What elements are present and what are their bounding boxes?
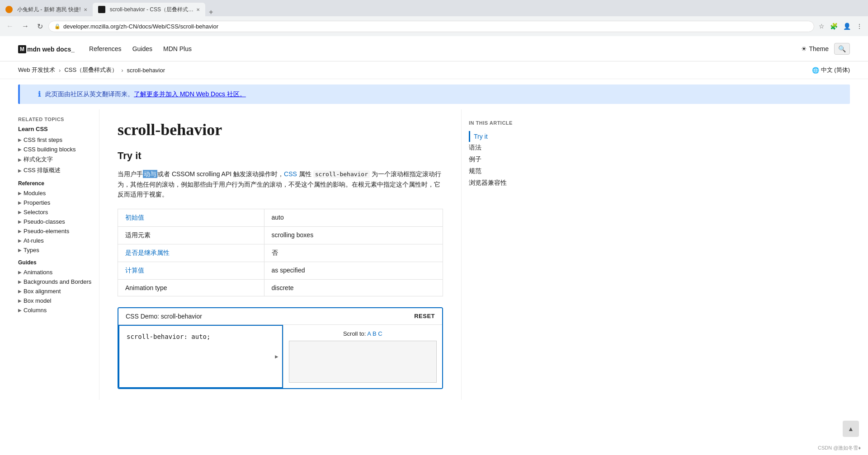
arrow-icon-13: ▶ xyxy=(18,279,22,284)
page-content: M mdn web docs_ References Guides MDN Pl… xyxy=(0,36,868,400)
sidebar-item-css-building-blocks[interactable]: ▶ CSS building blocks xyxy=(18,145,92,154)
arrow-icon-2: ▶ xyxy=(18,147,22,152)
url-text: developer.mozilla.org/zh-CN/docs/Web/CSS… xyxy=(63,23,808,30)
sidebar-learn-css: Learn CSS xyxy=(18,126,92,132)
table-row: 是否是继承属性 否 xyxy=(118,244,443,262)
demo-box: CSS Demo: scroll-behavior RESET scroll-b… xyxy=(118,307,443,389)
toc-item-syntax[interactable]: 语法 xyxy=(469,142,535,154)
article-title: scroll-behavior xyxy=(118,120,443,139)
sidebar-item-properties[interactable]: ▶ Properties xyxy=(18,198,92,207)
mdn-header: M mdn web docs_ References Guides MDN Pl… xyxy=(0,36,868,61)
info-link[interactable]: 了解更多并加入 MDN Web Docs 社区。 xyxy=(134,90,246,98)
highlighted-text: 动与 xyxy=(143,170,157,178)
profile-icon[interactable]: 👤 xyxy=(841,21,853,32)
toc-item-specs[interactable]: 规范 xyxy=(469,165,535,177)
sidebar-item-box-model[interactable]: ▶ Box model xyxy=(18,296,92,305)
info-banner: ℹ 此页面由社区从英文翻译而来。了解更多并加入 MDN Web Docs 社区。 xyxy=(18,84,850,104)
toc-item-examples[interactable]: 例子 xyxy=(469,154,535,165)
demo-reset-button[interactable]: RESET xyxy=(414,313,435,319)
mdn-logo[interactable]: M mdn web docs_ xyxy=(18,44,75,53)
sidebar-reference-title: Reference xyxy=(18,180,92,187)
menu-icon[interactable]: ⋮ xyxy=(854,21,864,32)
nav-references[interactable]: References xyxy=(89,43,122,54)
tab2-label: scroll-behavior - CSS（层叠样式… xyxy=(110,6,193,14)
arrow-icon-12: ▶ xyxy=(18,270,22,275)
sidebar-item-columns[interactable]: ▶ Columns xyxy=(18,305,92,315)
scroll-link-c[interactable]: C xyxy=(378,330,382,337)
arrow-icon-5: ▶ xyxy=(18,191,22,196)
prop-animation-value: discrete xyxy=(264,279,443,296)
mdn-m: M xyxy=(18,45,26,53)
left-sidebar: RELATED TOPICS Learn CSS ▶ CSS first ste… xyxy=(0,109,99,400)
theme-button[interactable]: ☀ Theme xyxy=(801,45,829,52)
arrow-icon-11: ▶ xyxy=(18,248,22,253)
breadcrumb-sep-2: › xyxy=(121,67,123,74)
toc-item-compat[interactable]: 浏览器兼容性 xyxy=(469,177,535,189)
main-layout: RELATED TOPICS Learn CSS ▶ CSS first ste… xyxy=(0,109,868,400)
sidebar-item-box-alignment[interactable]: ▶ Box alignment xyxy=(18,286,92,296)
demo-title: CSS Demo: scroll-behavior xyxy=(126,313,202,320)
search-button[interactable]: 🔍 xyxy=(834,43,850,55)
lang-selector[interactable]: 🌐 中文 (简体) xyxy=(812,66,850,74)
breadcrumb-current: scroll-behavior xyxy=(127,67,165,74)
extensions-icon[interactable]: 🧩 xyxy=(828,21,840,32)
sidebar-item-pseudo-classes[interactable]: ▶ Pseudo-classes xyxy=(18,217,92,226)
scroll-link-a[interactable]: A xyxy=(367,330,371,337)
scroll-link-b[interactable]: B xyxy=(373,330,377,337)
demo-code-area[interactable]: scroll-behavior: auto; ▶ xyxy=(118,325,283,388)
prop-applies-to-label: 适用元素 xyxy=(118,226,264,244)
url-box[interactable]: 🔒 developer.mozilla.org/zh-CN/docs/Web/C… xyxy=(48,21,814,32)
css-link[interactable]: CSS xyxy=(284,170,297,178)
theme-icon: ☀ xyxy=(801,45,807,52)
sidebar-item-backgrounds-borders[interactable]: ▶ Backgrounds and Borders xyxy=(18,277,92,286)
lock-icon: 🔒 xyxy=(54,23,61,29)
sidebar-item-animations[interactable]: ▶ Animations xyxy=(18,267,92,277)
mdn-full: mdn web docs_ xyxy=(27,46,75,53)
tab1-favicon xyxy=(5,6,13,13)
new-tab-button[interactable]: + xyxy=(205,8,217,16)
breadcrumb-sep-1: › xyxy=(59,67,61,74)
sidebar-item-css-first-steps[interactable]: ▶ CSS first steps xyxy=(18,135,92,145)
mdn-logo-text: M mdn web docs_ xyxy=(18,44,75,53)
nav-guides[interactable]: Guides xyxy=(132,43,152,54)
tab-1[interactable]: 小兔鲜儿 - 新鲜 惠民 快捷! ✕ xyxy=(0,3,93,16)
back-button[interactable]: ← xyxy=(4,20,16,32)
demo-scroll-box[interactable] xyxy=(289,341,437,383)
properties-table: 初始值 auto 适用元素 scrolling boxes 是否是继承属性 否 … xyxy=(118,209,443,296)
breadcrumb: Web 开发技术 › CSS（层叠样式表） › scroll-behavior … xyxy=(0,61,868,79)
sidebar-item-modules[interactable]: ▶ Modules xyxy=(18,188,92,198)
table-row: Animation type discrete xyxy=(118,279,443,296)
sidebar-item-styling-text[interactable]: ▶ 样式化文字 xyxy=(18,154,92,165)
tab1-close[interactable]: ✕ xyxy=(84,7,87,12)
theme-label: Theme xyxy=(809,45,829,52)
sidebar-item-pseudo-elements[interactable]: ▶ Pseudo-elements xyxy=(18,226,92,236)
sidebar-item-css-layout[interactable]: ▶ CSS 排版概述 xyxy=(18,165,92,176)
demo-preview-area: Scroll to: A B C xyxy=(283,325,443,388)
nav-mdn-plus[interactable]: MDN Plus xyxy=(163,43,192,54)
arrow-icon-15: ▶ xyxy=(18,298,22,303)
sidebar-item-selectors[interactable]: ▶ Selectors xyxy=(18,207,92,217)
reload-button[interactable]: ↻ xyxy=(34,20,46,33)
demo-scroll-label: Scroll to: A B C xyxy=(343,330,382,337)
tab2-close[interactable]: ✕ xyxy=(196,7,200,12)
prop-initial-value-link[interactable]: 初始值 xyxy=(125,214,144,221)
sidebar-item-at-rules[interactable]: ▶ At-rules xyxy=(18,236,92,245)
table-row: 适用元素 scrolling boxes xyxy=(118,226,443,244)
tab1-label: 小兔鲜儿 - 新鲜 惠民 快捷! xyxy=(17,6,81,14)
arrow-icon-3: ▶ xyxy=(18,157,22,162)
tab-2[interactable]: scroll-behavior - CSS（层叠样式… ✕ xyxy=(93,3,205,16)
prop-applies-to-value: scrolling boxes xyxy=(264,226,443,244)
right-sidebar: IN THIS ARTICLE Try it 语法 例子 规范 浏览器兼容性 xyxy=(461,109,542,400)
address-bar: ← → ↻ 🔒 developer.mozilla.org/zh-CN/docs… xyxy=(0,16,868,36)
prop-inherited-link[interactable]: 是否是继承属性 xyxy=(125,249,170,256)
arrow-icon-16: ▶ xyxy=(18,308,22,313)
arrow-icon-1: ▶ xyxy=(18,137,22,142)
forward-button[interactable]: → xyxy=(19,20,32,32)
sidebar-item-types[interactable]: ▶ Types xyxy=(18,245,92,255)
breadcrumb-web[interactable]: Web 开发技术 xyxy=(18,66,55,74)
bookmark-icon[interactable]: ☆ xyxy=(817,21,826,32)
prop-computed-link[interactable]: 计算值 xyxy=(125,267,144,274)
toc-item-try-it[interactable]: Try it xyxy=(469,131,535,142)
table-row: 初始值 auto xyxy=(118,209,443,226)
breadcrumb-css[interactable]: CSS（层叠样式表） xyxy=(64,66,118,74)
